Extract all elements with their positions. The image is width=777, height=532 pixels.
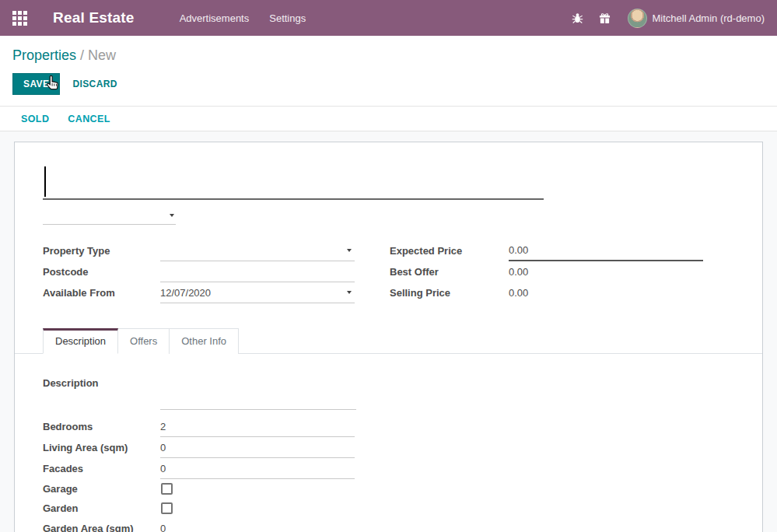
form-status-bar: SOLD CANCEL xyxy=(0,107,777,131)
field-label: Selling Price xyxy=(390,282,509,303)
field-label: Garden Area (sqm) xyxy=(43,518,160,532)
property-name-input[interactable] xyxy=(43,164,544,200)
gift-icon[interactable] xyxy=(599,12,611,24)
property-subtitle-dropdown-input[interactable] xyxy=(43,205,176,225)
field-row-garage: Garage xyxy=(43,479,762,499)
form-view-background: Property Type Postcode Available From xyxy=(0,131,777,532)
user-menu[interactable]: Mitchell Admin (rd-demo) xyxy=(628,9,765,28)
tab-description[interactable]: Description xyxy=(43,328,118,354)
field-row-description: Description xyxy=(43,376,762,410)
description-textarea[interactable] xyxy=(160,376,356,410)
garage-checkbox[interactable] xyxy=(161,483,173,495)
field-label: Bedrooms xyxy=(43,416,160,437)
left-field-column: Property Type Postcode Available From xyxy=(43,240,355,303)
bug-icon[interactable] xyxy=(572,12,583,24)
field-row-expected-price: Expected Price 0.00 xyxy=(390,240,704,261)
app-title[interactable]: Real Estate xyxy=(53,9,135,26)
field-value: 0 xyxy=(160,442,166,453)
notebook: Description Offers Other Info Descriptio… xyxy=(15,328,762,532)
field-value: 0 xyxy=(160,463,166,474)
tab-bar: Description Offers Other Info xyxy=(15,328,762,354)
apps-grid-icon[interactable] xyxy=(12,11,27,26)
user-avatar xyxy=(628,9,647,28)
bedrooms-input[interactable]: 2 xyxy=(160,416,355,437)
description-fields: Bedrooms 2 Living Area (sqm) 0 Facades xyxy=(43,416,762,532)
field-row-garden: Garden xyxy=(43,499,762,518)
living-area-input[interactable]: 0 xyxy=(160,437,355,458)
field-value: 0.00 xyxy=(509,244,528,256)
field-label: Expected Price xyxy=(390,240,509,261)
save-button[interactable]: SAVE xyxy=(12,73,60,95)
field-row-selling-price: Selling Price 0.00 xyxy=(390,282,704,303)
navbar-menu: Advertisements Settings xyxy=(180,9,306,27)
action-bar: SAVE DISCARD xyxy=(0,64,777,107)
chevron-down-icon xyxy=(347,291,352,294)
tab-content-description: Description Bedrooms 2 Living Area (sqm)… xyxy=(15,354,762,532)
field-row-facades: Facades 0 xyxy=(43,458,762,479)
field-label: Description xyxy=(43,376,160,389)
field-row-available-from: Available From 12/07/2020 xyxy=(43,282,355,303)
tab-other-info[interactable]: Other Info xyxy=(170,328,239,354)
postcode-input[interactable] xyxy=(160,261,355,282)
field-row-property-type: Property Type xyxy=(43,240,355,261)
breadcrumb-properties-link[interactable]: Properties xyxy=(12,47,76,63)
field-label: Available From xyxy=(43,282,160,303)
garden-checkbox[interactable] xyxy=(161,502,173,514)
property-type-input[interactable] xyxy=(160,240,355,261)
field-value: 12/07/2020 xyxy=(160,287,211,299)
field-value: 0 xyxy=(160,523,166,532)
field-row-best-offer: Best Offer 0.00 xyxy=(390,261,704,282)
chevron-down-icon xyxy=(170,214,174,217)
field-label: Best Offer xyxy=(390,261,509,282)
field-row-garden-area: Garden Area (sqm) 0 xyxy=(43,518,762,532)
header-field-grid: Property Type Postcode Available From xyxy=(43,240,762,303)
form-sheet: Property Type Postcode Available From xyxy=(14,142,763,532)
best-offer-value: 0.00 xyxy=(509,261,703,282)
top-navbar: Real Estate Advertisements Settings xyxy=(0,0,777,36)
selling-price-value: 0.00 xyxy=(509,282,703,303)
tab-offers[interactable]: Offers xyxy=(118,328,170,354)
field-label: Garage xyxy=(43,483,160,495)
sold-button[interactable]: SOLD xyxy=(21,114,49,124)
cancel-button[interactable]: CANCEL xyxy=(68,114,110,124)
field-label: Property Type xyxy=(43,240,160,261)
field-row-bedrooms: Bedrooms 2 xyxy=(43,416,762,437)
user-name: Mitchell Admin (rd-demo) xyxy=(653,12,765,24)
breadcrumb-separator: / xyxy=(80,47,84,63)
facades-input[interactable]: 0 xyxy=(160,458,355,479)
breadcrumb-current: New xyxy=(88,47,116,63)
right-field-column: Expected Price 0.00 Best Offer 0.00 Sell… xyxy=(390,240,704,303)
breadcrumb: Properties / New xyxy=(0,36,777,64)
garden-area-input[interactable]: 0 xyxy=(160,518,355,532)
field-value: 0.00 xyxy=(509,287,528,299)
navbar-right: Mitchell Admin (rd-demo) xyxy=(556,9,765,28)
discard-button[interactable]: DISCARD xyxy=(72,79,117,89)
chevron-down-icon xyxy=(347,249,352,252)
field-value: 0.00 xyxy=(509,266,528,278)
available-from-input[interactable]: 12/07/2020 xyxy=(160,282,355,303)
field-row-living-area: Living Area (sqm) 0 xyxy=(43,437,762,458)
menu-settings[interactable]: Settings xyxy=(269,9,306,27)
field-value: 2 xyxy=(160,421,166,432)
field-label: Garden xyxy=(43,502,160,514)
field-label: Postcode xyxy=(43,261,160,282)
field-label: Living Area (sqm) xyxy=(43,437,160,458)
field-label: Facades xyxy=(43,458,160,479)
expected-price-input[interactable]: 0.00 xyxy=(509,240,703,261)
menu-advertisements[interactable]: Advertisements xyxy=(180,9,250,27)
field-row-postcode: Postcode xyxy=(43,261,355,282)
text-caret xyxy=(44,166,46,197)
